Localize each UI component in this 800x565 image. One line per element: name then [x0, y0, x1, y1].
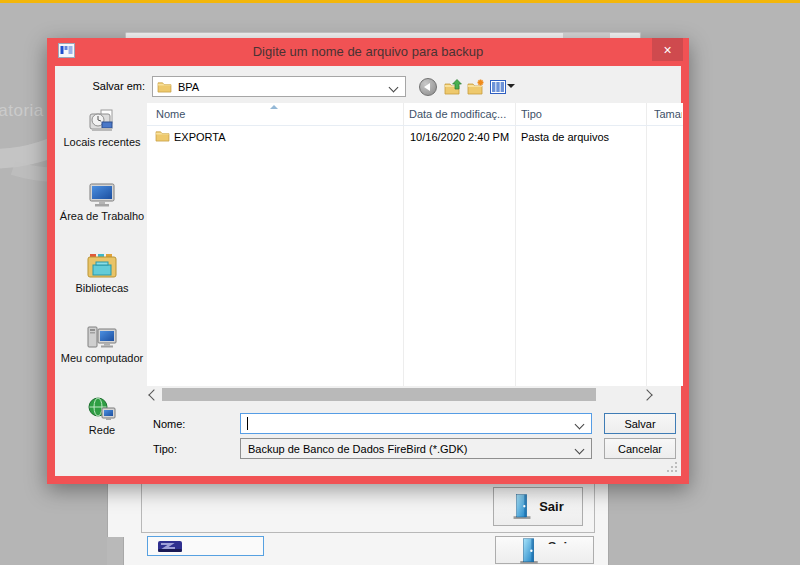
sidebar-item-label: Área de Trabalho: [60, 210, 144, 223]
sidebar-item-label: Rede: [89, 424, 115, 437]
text-caret: [247, 417, 248, 430]
cancel-button[interactable]: Cancelar: [604, 438, 676, 459]
file-type: Pasta de arquivos: [521, 131, 609, 143]
save-in-value: BPA: [178, 81, 199, 93]
back-arrow-icon: [419, 78, 437, 96]
computer-icon: [86, 324, 118, 350]
view-menu-dropdown-icon[interactable]: [507, 84, 515, 88]
save-in-label: Salvar em:: [55, 80, 145, 92]
view-grid-icon: [490, 80, 506, 94]
new-folder-button[interactable]: [466, 77, 485, 96]
sidebar-item-computer[interactable]: Meu computador: [57, 324, 147, 365]
file-type-value: Backup de Banco de Dados FireBird (*.GDK…: [248, 443, 468, 455]
folder-icon: [155, 130, 170, 142]
close-icon: ×: [663, 42, 671, 58]
sidebar-item-desktop[interactable]: Área de Trabalho: [57, 182, 147, 223]
chevron-down-icon: [575, 420, 585, 430]
exit-button[interactable]: Sair: [493, 487, 583, 526]
resize-grip[interactable]: [667, 462, 678, 473]
file-name-label: Nome:: [153, 418, 185, 430]
scroll-left-icon[interactable]: [148, 389, 159, 400]
sidebar-item-network[interactable]: Rede: [57, 396, 147, 437]
dialog-client-area: Salvar em: BPA: [55, 66, 681, 476]
save-button[interactable]: Salvar: [604, 413, 676, 434]
file-name-input[interactable]: [240, 413, 592, 434]
scrollbar-thumb[interactable]: [162, 388, 596, 401]
up-one-level-button[interactable]: [443, 77, 462, 96]
column-header-tamanho[interactable]: Tamanho: [654, 108, 682, 120]
dialog-titlebar[interactable]: Digite um nome de arquivo para backup ×: [47, 38, 689, 66]
file-type-select[interactable]: Backup de Banco de Dados FireBird (*.GDK…: [240, 438, 592, 459]
background-window-notch: [107, 537, 124, 565]
watermark-text: latoria: [0, 101, 44, 121]
recent-places-icon: [87, 108, 117, 134]
horizontal-scrollbar[interactable]: [147, 388, 654, 401]
back-button[interactable]: [418, 77, 437, 96]
file-list-panel: Nome Data de modificaç... Tipo Tamanho E…: [147, 103, 683, 386]
partial-exit-label: Sair: [548, 539, 573, 544]
file-name: EXPORTA: [174, 131, 226, 143]
cancel-button-label: Cancelar: [618, 443, 662, 455]
top-accent-line: [0, 0, 800, 3]
close-button[interactable]: ×: [652, 38, 683, 61]
libraries-icon: [86, 252, 118, 280]
column-header-nome[interactable]: Nome: [156, 108, 185, 120]
view-menu-button[interactable]: [488, 77, 507, 96]
file-modified: 10/16/2020 2:40 PM: [410, 131, 509, 143]
folder-icon: [157, 81, 172, 93]
sidebar-item-label: Meu computador: [61, 352, 144, 365]
save-in-combobox[interactable]: BPA: [152, 76, 406, 97]
sidebar-item-label: Locais recentes: [63, 136, 140, 149]
new-folder-icon: [467, 79, 485, 95]
chevron-down-icon: [389, 83, 399, 93]
partial-left-button[interactable]: [147, 536, 264, 556]
file-row[interactable]: EXPORTA 10/16/2020 2:40 PM Pasta de arqu…: [147, 129, 683, 146]
door-icon: [512, 492, 532, 522]
scroll-right-icon[interactable]: [641, 389, 652, 400]
desktop-icon: [87, 182, 117, 208]
save-button-label: Salvar: [624, 418, 655, 430]
database-icon: [157, 540, 183, 553]
sidebar-item-recent-places[interactable]: Locais recentes: [57, 108, 147, 149]
save-dialog: Digite um nome de arquivo para backup × …: [47, 38, 689, 484]
column-header-data[interactable]: Data de modificaç...: [409, 108, 506, 120]
folder-up-icon: [444, 79, 462, 95]
sidebar-item-label: Bibliotecas: [75, 282, 128, 295]
column-header-tipo[interactable]: Tipo: [521, 108, 542, 120]
chevron-down-icon: [575, 445, 585, 455]
sidebar-item-libraries[interactable]: Bibliotecas: [57, 252, 147, 295]
file-type-label: Tipo:: [153, 443, 177, 455]
file-list-header: Nome Data de modificaç... Tipo Tamanho: [147, 103, 683, 126]
background-window: Sair Sair: [107, 484, 609, 565]
network-icon: [87, 396, 117, 422]
dialog-title: Digite um nome de arquivo para backup: [47, 44, 689, 59]
partial-exit-button[interactable]: Sair: [495, 536, 594, 564]
door-icon: [517, 538, 541, 565]
sort-ascending-icon: [270, 105, 278, 109]
exit-button-label: Sair: [539, 499, 564, 514]
